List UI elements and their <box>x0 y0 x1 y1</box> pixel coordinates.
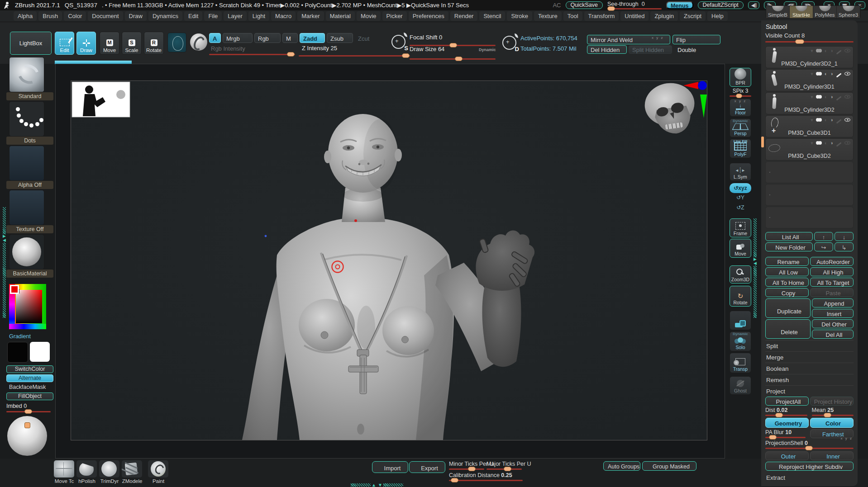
export-button[interactable]: Export <box>409 461 445 473</box>
left-shelf-thumbnail[interactable] <box>9 234 44 270</box>
eye-visibility-icon[interactable] <box>844 118 850 123</box>
draw-size-handle[interactable] <box>455 57 463 61</box>
channel-a-button[interactable]: A <box>209 33 221 43</box>
frame-button[interactable]: Frame <box>730 218 751 237</box>
lightbox-button[interactable]: LightBox <box>10 32 52 55</box>
calibration-distance-slider[interactable]: Calibration Distance 0.25 <box>449 472 523 481</box>
imbed-handle[interactable] <box>24 409 32 414</box>
brush-edit-icon[interactable] <box>836 95 842 99</box>
menu-item[interactable]: Picker <box>382 11 407 21</box>
menu-item[interactable]: Help <box>707 11 728 21</box>
spix-slider[interactable] <box>730 95 751 97</box>
new-folder-button[interactable]: New Folder <box>765 242 813 251</box>
outer-button[interactable]: Outer <box>765 451 809 460</box>
left-shelf-thumbnail[interactable] <box>9 57 44 92</box>
color-picker[interactable] <box>9 284 46 329</box>
geometry-button[interactable]: Geometry <box>765 418 809 428</box>
mean-slider[interactable]: Mean 25 <box>812 407 854 416</box>
double-button[interactable]: Double <box>674 45 708 54</box>
menu-item[interactable]: Transform <box>584 11 619 21</box>
flip-button[interactable]: Flip <box>672 35 720 44</box>
quicksave-button[interactable]: QuickSave <box>566 1 603 9</box>
remesh-section-header[interactable]: Remesh <box>765 374 854 385</box>
project-history-button[interactable]: Project History <box>810 397 854 406</box>
dist-slider[interactable]: Dist 0.02 <box>765 407 807 416</box>
move-camera-button[interactable]: Move <box>730 239 751 258</box>
zcut-button[interactable]: Zcut <box>355 33 374 43</box>
left-tray-divider[interactable]: ▶ ◀ <box>2 207 6 318</box>
secondary-color-swatch[interactable] <box>30 342 50 362</box>
half-shade-icon[interactable]: ◐ <box>825 118 828 123</box>
visible-count-handle[interactable] <box>795 39 804 44</box>
current-brush-thumbnail[interactable] <box>167 33 186 52</box>
menu-item[interactable]: Macro <box>271 11 296 21</box>
quick-brush-item[interactable]: ZModele <box>121 460 143 484</box>
eye-visibility-icon[interactable] <box>844 95 850 99</box>
menu-item[interactable]: Zplugin <box>650 11 678 21</box>
auto-groups-button[interactable]: Auto Groups <box>603 461 640 471</box>
zoom3d-button[interactable]: Zoom3D <box>730 265 751 284</box>
alternate-button[interactable]: Alternate <box>6 374 53 382</box>
edit-mode-button[interactable]: Edit <box>55 32 74 55</box>
zsub-button[interactable]: Zsub <box>327 33 353 43</box>
split-hidden-button[interactable]: Split Hidden <box>629 45 672 54</box>
polypaint-arrow-icon[interactable]: ▾ <box>811 48 813 53</box>
divider-close-icon[interactable]: ◀ <box>3 238 6 242</box>
difference-icon[interactable]: ◑ <box>830 95 833 99</box>
transp-button[interactable]: Transp <box>730 353 751 373</box>
brush-edit-icon[interactable] <box>836 141 842 146</box>
mean-handle[interactable] <box>824 413 831 417</box>
polypaint-arrow-icon[interactable]: ▾ <box>811 141 813 146</box>
rename-button[interactable]: Rename <box>765 257 809 266</box>
subtool-up-icon[interactable]: ↑ <box>814 232 833 241</box>
rotate-y-button[interactable]: ↺Y <box>733 194 748 201</box>
gradient-button[interactable]: Gradient <box>6 333 53 340</box>
polypaint-arrow-icon[interactable]: ▾ <box>811 118 813 123</box>
quick-brush-item[interactable]: Paint <box>147 460 169 484</box>
mirror-xyz-icon[interactable]: x y z <box>652 36 663 40</box>
channel-m-button[interactable]: M <box>282 33 298 43</box>
tool-popup-item[interactable]: PolyMes <box>813 6 837 18</box>
difference-icon[interactable]: ◑ <box>830 141 833 146</box>
menu-item[interactable]: Texture <box>534 11 562 21</box>
menu-item[interactable]: Dynamics <box>148 11 182 21</box>
visible-count-slider[interactable] <box>765 41 854 43</box>
rotate-z-button[interactable]: ↺Z <box>733 204 748 211</box>
menu-item[interactable]: Stencil <box>479 11 505 21</box>
pa-blur-handle[interactable] <box>769 435 777 440</box>
polypaint-arrow-icon[interactable]: ▾ <box>811 71 813 76</box>
menu-item[interactable]: Edit <box>184 11 202 21</box>
menu-item[interactable]: Marker <box>297 11 324 21</box>
polypaint-icon[interactable] <box>816 71 822 76</box>
menu-item[interactable]: Zscript <box>680 11 706 21</box>
channel-mrgb-button[interactable]: Mrgb <box>223 33 253 43</box>
menu-item[interactable]: Layer <box>224 11 247 21</box>
menu-item[interactable]: Untitled <box>620 11 649 21</box>
polypaint-arrow-icon[interactable]: ▾ <box>811 95 813 99</box>
paste-button[interactable]: Paste <box>810 288 854 297</box>
quick-brush-item[interactable]: TrimDyr <box>98 460 120 484</box>
inner-button[interactable]: Inner <box>810 451 854 460</box>
menu-item[interactable]: Stroke <box>507 11 532 21</box>
pa-blur-slider[interactable]: PA Blur 10 <box>765 429 806 438</box>
all-to-target-button[interactable]: All To Target <box>810 278 854 287</box>
list-all-button[interactable]: List All <box>765 232 813 241</box>
del-all-button[interactable]: Del All <box>812 330 854 339</box>
menu-item[interactable]: Draw <box>125 11 147 21</box>
spix-handle[interactable] <box>736 94 742 98</box>
camera-lock-button[interactable] <box>730 311 751 330</box>
quick-brush-item[interactable]: hPolish <box>76 460 98 484</box>
menu-item[interactable]: Light <box>248 11 269 21</box>
menu-item[interactable]: Tool <box>563 11 582 21</box>
local-symmetry-button[interactable]: ◂┆▸ L.Sym <box>730 163 751 181</box>
subtool-down-icon[interactable]: ↓ <box>835 232 854 241</box>
preview-handle-dot[interactable] <box>24 422 30 428</box>
left-shelf-thumbnail[interactable] <box>9 146 44 181</box>
floor-button[interactable]: x y z ↓ Floor <box>730 99 751 117</box>
zadd-button[interactable]: Zadd <box>300 33 325 43</box>
quick-brush-item[interactable]: Move Tc <box>53 460 75 484</box>
rotate-camera-button[interactable]: ↻ Rotate <box>730 286 751 307</box>
draw-mode-button[interactable]: Draw <box>76 32 96 55</box>
canvas-viewport[interactable] <box>55 64 725 459</box>
see-through-slider[interactable]: See-through 0 <box>607 1 662 9</box>
